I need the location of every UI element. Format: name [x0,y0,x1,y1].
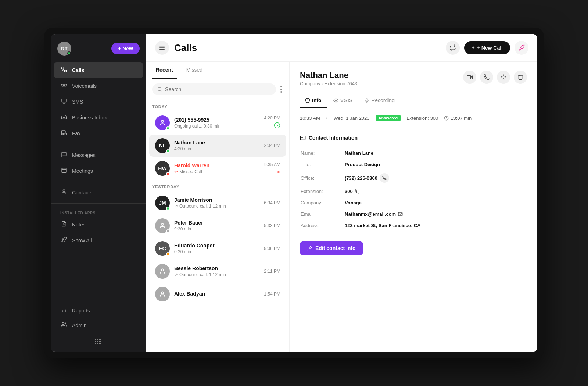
svg-line-27 [161,90,161,91]
contact-info-section: Contact Information Name: Nathan Lane Ti… [300,135,527,232]
call-avatar [155,287,170,301]
star-button[interactable] [497,71,510,84]
email-icon [398,212,403,217]
avatar-status-dot [67,51,71,55]
call-name: Bessie Robertson [174,265,259,271]
sidebar-item-messages[interactable]: Messages [54,147,143,163]
menu-button[interactable] [155,41,169,55]
top-bar-right: + + New Call [446,41,528,55]
call-date-display: Wed, 1 Jan 2020 [334,115,370,121]
avatar[interactable]: RT [57,42,71,56]
info-label: Company: [301,200,345,205]
phone-small-icon [382,176,387,180]
phone-call-button[interactable] [480,71,493,84]
call-status-dot [166,149,170,153]
call-time: 2:04 PM [264,143,280,148]
sidebar-item-sms-label: SMS [72,99,83,105]
transfer-button[interactable] [446,41,460,55]
calls-icon [60,67,68,74]
search-input[interactable] [165,86,271,92]
new-button[interactable]: + New [111,43,140,54]
svg-rect-3 [62,99,66,102]
call-status-dot [166,229,170,233]
rocket-button[interactable] [514,41,528,55]
top-bar: Calls + + New Call [146,34,537,62]
new-button-label: + New [118,46,133,51]
sidebar-item-business-inbox-label: Business Inbox [72,115,107,121]
call-avatar [155,218,170,233]
sidebar-item-sms[interactable]: SMS [54,94,143,110]
video-icon [467,74,473,80]
info-row-office: Office: (732) 226-0300 [301,170,526,186]
call-sub: 4:20 min [174,146,259,151]
tab-recording[interactable]: Recording [359,94,400,108]
tab-vgis[interactable]: VGIS [328,94,358,108]
call-avatar-initials: HW [158,165,166,171]
sidebar-item-admin[interactable]: Admin [57,318,140,333]
sidebar-item-calls[interactable]: Calls [54,62,143,78]
notes-icon [60,221,68,228]
call-name: Alex Badyan [174,291,259,297]
call-item[interactable]: JM Jamie Morrison ↗ Outbound call, 1:12 … [149,192,286,214]
day-label-yesterday: YESTERDAY [146,180,289,191]
sidebar-item-meetings[interactable]: Meetings [54,163,143,179]
video-call-button[interactable] [463,71,476,84]
call-name: Nathan Lane [174,140,259,146]
call-item[interactable]: Bessie Robertson ↗ Outbound call, 1:12 m… [149,260,286,282]
edit-contact-button[interactable]: Edit contact info [300,241,363,255]
sidebar-item-contacts[interactable]: Contacts [54,185,143,200]
detail-panel: Nathan Lane Company · Extension 7643 [290,62,537,352]
call-status-dot [166,207,170,210]
sidebar-item-contacts-label: Contacts [72,190,92,196]
svg-point-16 [63,190,65,192]
outbound-arrow-icon: ↗ [174,272,178,277]
info-row-extension: Extension: 300 [301,186,526,197]
call-item[interactable]: Alex Badyan 1:54 PM [149,283,286,305]
call-item[interactable]: NL Nathan Lane 4:20 min 2:04 PM [149,135,286,157]
tab-recent[interactable]: Recent [152,62,177,79]
sidebar-item-voicemails[interactable]: Voicemails [54,78,143,94]
call-sub: 9:30 min [174,226,259,232]
new-call-button[interactable]: + + New Call [464,41,510,54]
grid-icon[interactable] [95,339,102,344]
call-item[interactable]: (201) 555-9925 Ongoing call... 0:30 min … [149,112,286,134]
call-name: Peter Bauer [174,220,259,226]
calls-tabs: Recent Missed [146,62,289,79]
info-label: Email: [301,211,345,217]
call-info: Peter Bauer 9:30 min [174,220,259,232]
call-status-dot [166,172,170,176]
sidebar-item-notes[interactable]: Notes [54,217,143,232]
new-call-plus: + [472,45,474,51]
contact-name: Nathan Lane [300,71,357,80]
svg-rect-34 [467,75,471,79]
call-sub: Ongoing call... 0:30 min [174,124,259,129]
call-item[interactable]: EC Eduardo Cooper 0:30 min 5:06 PM [149,237,286,260]
more-options-button[interactable] [279,85,283,94]
info-label: Title: [301,162,345,167]
call-item[interactable]: HW Harold Warren ↩ Missed Call [149,157,286,179]
sidebar-item-fax[interactable]: Fax [54,126,143,141]
sidebar-item-reports[interactable]: Reports [57,303,140,318]
meta-dot: • [326,115,328,121]
sidebar: RT + New Calls Voice [51,34,146,352]
delete-button[interactable] [514,71,527,84]
call-meta: 10:33 AM • Wed, 1 Jan 2020 Answered Exte… [300,115,527,128]
sidebar-item-business-inbox[interactable]: Business Inbox [54,110,143,125]
call-name: Eduardo Cooper [174,243,259,249]
tab-missed[interactable]: Missed [183,62,206,79]
info-row-email: Email: Nathanmx@email.com [301,208,526,220]
rocket-icon [518,44,525,51]
call-item[interactable]: Peter Bauer 9:30 min 5:33 PM [149,215,286,237]
info-tab-icon [305,98,310,103]
sidebar-item-show-all[interactable]: Show All [54,233,143,248]
call-office-button[interactable] [380,173,389,183]
tab-info[interactable]: Info [300,94,327,108]
phone-icon [484,74,490,80]
call-info: Harold Warren ↩ Missed Call [174,162,260,174]
call-right: 9:35 AM ∞ [264,162,280,175]
svg-rect-43 [300,136,305,140]
svg-marker-33 [471,76,473,79]
svg-point-1 [64,84,67,86]
svg-point-0 [61,84,64,86]
search-icon [157,87,162,92]
